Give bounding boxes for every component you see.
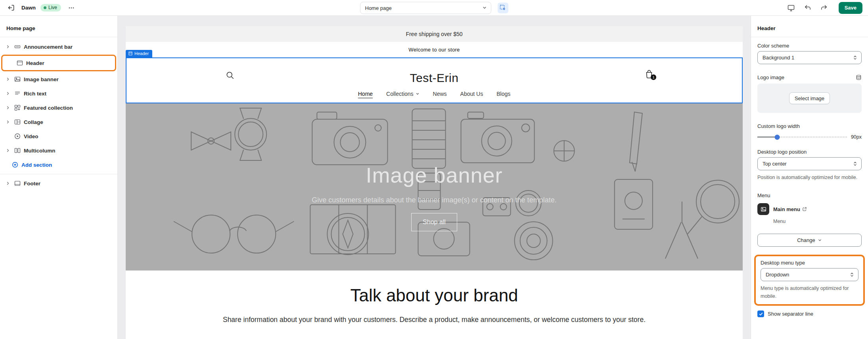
settings-panel-title: Header <box>751 16 868 37</box>
sidebar-item-rich-text[interactable]: Rich text <box>0 86 117 101</box>
inspect-cursor-icon <box>500 4 506 11</box>
nav-link-about-us[interactable]: About Us <box>460 91 483 97</box>
nav-link-blogs[interactable]: Blogs <box>496 91 510 97</box>
sidebar-item-announcement-bar[interactable]: Announcement bar <box>0 40 117 54</box>
settings-body: Color scheme Background 1 Logo image Sel… <box>751 43 868 317</box>
color-scheme-select[interactable]: Background 1 <box>757 51 862 64</box>
undo-icon <box>804 4 811 11</box>
chevron-right-icon[interactable] <box>5 105 11 110</box>
store-header-row: Test-Erin 1 <box>126 65 742 91</box>
announcement-bar[interactable]: Free shipping over $50 <box>126 26 743 42</box>
welcome-bar[interactable]: Welcome to our store <box>126 42 743 57</box>
logo-image-label: Logo image <box>757 74 784 80</box>
search-icon[interactable] <box>226 71 234 80</box>
custom-logo-width-label: Custom logo width <box>757 123 862 129</box>
page-selector-dropdown[interactable]: Home page <box>360 2 491 14</box>
divider <box>751 37 868 37</box>
desktop-preview-button[interactable] <box>786 2 797 13</box>
chevron-right-icon[interactable] <box>5 181 11 186</box>
topbar-right: Save <box>786 2 862 14</box>
exit-icon <box>8 4 15 11</box>
sidebar-item-featured-collection[interactable]: Featured collection <box>0 101 117 115</box>
theme-name: Dawn <box>21 5 36 11</box>
section-badge: Header <box>126 50 152 57</box>
circle-plus-icon <box>12 162 18 168</box>
more-options-button[interactable] <box>66 2 77 13</box>
redo-button[interactable] <box>819 2 830 13</box>
left-panel-title: Home page <box>0 16 117 37</box>
preview-canvas: Free shipping over $50 Welcome to our st… <box>118 16 751 339</box>
chevron-right-icon[interactable] <box>5 77 11 82</box>
change-menu-button[interactable]: Change <box>757 234 862 247</box>
chevron-down-icon <box>416 92 420 96</box>
show-separator-line-setting[interactable]: Show separator line <box>757 310 862 317</box>
sidebar-item-header[interactable]: Header <box>1 55 116 71</box>
announcement-bar-icon <box>13 43 21 51</box>
sections-sidebar: Home page Announcement bar <box>0 16 118 339</box>
dynamic-source-icon[interactable] <box>856 74 862 80</box>
chevron-down-icon <box>818 238 822 242</box>
cart-count-badge: 1 <box>651 74 656 80</box>
header-section-selected[interactable]: Header Test-Erin 1 Home <box>126 57 743 103</box>
live-dot-icon <box>44 6 46 9</box>
banner-title: Image banner <box>366 163 502 187</box>
select-image-button[interactable]: Select image <box>789 92 830 104</box>
image-banner-icon <box>13 75 21 83</box>
video-icon <box>13 132 21 140</box>
sidebar-item-multicolumn[interactable]: Multicolumn <box>0 143 117 158</box>
separator-checkbox-label: Show separator line <box>768 311 813 317</box>
menu-thumbnail[interactable] <box>757 203 769 215</box>
checkbox-checked[interactable] <box>757 310 764 317</box>
sidebar-item-collage[interactable]: Collage <box>0 115 117 129</box>
logo-image-label-row: Logo image <box>757 74 862 80</box>
section-badge-icon <box>128 51 132 55</box>
topbar-center: Home page <box>360 2 508 14</box>
desktop-menu-type-select[interactable]: Dropdown <box>761 268 858 281</box>
chevron-right-icon[interactable] <box>5 120 11 124</box>
sidebar-item-image-banner[interactable]: Image banner <box>0 72 117 86</box>
topbar-left: Dawn Live <box>6 2 77 13</box>
menu-sub-label: Menu <box>757 219 862 224</box>
exit-editor-button[interactable] <box>6 2 17 13</box>
chevron-right-icon[interactable] <box>5 44 11 49</box>
brand-heading: Talk about your brand <box>126 286 743 305</box>
ellipsis-icon <box>68 5 75 11</box>
nav-link-collections[interactable]: Collections <box>386 91 419 97</box>
menu-type-help: Menu type is automatically optimized for… <box>761 285 858 300</box>
add-section-button[interactable]: Add section <box>0 158 117 172</box>
sidebar-item-video[interactable]: Video <box>0 129 117 143</box>
main-menu-link[interactable]: Main menu <box>773 206 807 212</box>
header-section-icon <box>16 59 24 67</box>
logo-width-slider[interactable] <box>757 134 847 140</box>
logo-image-picker: Select image <box>757 84 862 113</box>
store-name-heading[interactable]: Test-Erin <box>410 71 459 85</box>
cart-icon[interactable]: 1 <box>644 69 654 79</box>
monitor-icon <box>787 4 795 12</box>
save-button[interactable]: Save <box>839 2 862 14</box>
topbar: Dawn Live Home page <box>0 0 868 16</box>
nav-link-news[interactable]: News <box>433 91 447 97</box>
slider-thumb[interactable] <box>774 135 780 140</box>
desktop-logo-position-label: Desktop logo position <box>757 149 862 155</box>
chevron-right-icon[interactable] <box>5 148 11 153</box>
nav-link-home[interactable]: Home <box>358 91 373 97</box>
section-list: Announcement bar Header Im <box>0 37 117 190</box>
desktop-menu-type-label: Desktop menu type <box>761 260 858 266</box>
chevron-right-icon[interactable] <box>5 91 11 96</box>
theme-editor-window: Dawn Live Home page <box>0 0 868 339</box>
banner-subtitle: Give customers details about the banner … <box>312 196 556 204</box>
annotation-highlight-desktop-menu-type: Desktop menu type Dropdown Menu type is … <box>754 255 865 306</box>
shop-all-button[interactable]: Shop all <box>411 213 457 231</box>
page-selector-value: Home page <box>365 5 392 11</box>
rich-text-icon <box>13 90 21 97</box>
redo-icon <box>820 4 828 11</box>
undo-button[interactable] <box>802 2 813 13</box>
rich-text-section[interactable]: Talk about your brand Share information … <box>126 270 743 326</box>
inspect-element-button[interactable] <box>498 2 508 13</box>
brand-paragraph: Share information about your brand with … <box>216 314 652 326</box>
sidebar-item-footer[interactable]: Footer <box>0 176 117 190</box>
footer-section-icon <box>13 179 21 187</box>
desktop-logo-position-select[interactable]: Top center <box>757 157 862 170</box>
image-banner-section[interactable]: Image banner Give customers details abou… <box>126 103 743 270</box>
live-badge: Live <box>40 4 61 11</box>
